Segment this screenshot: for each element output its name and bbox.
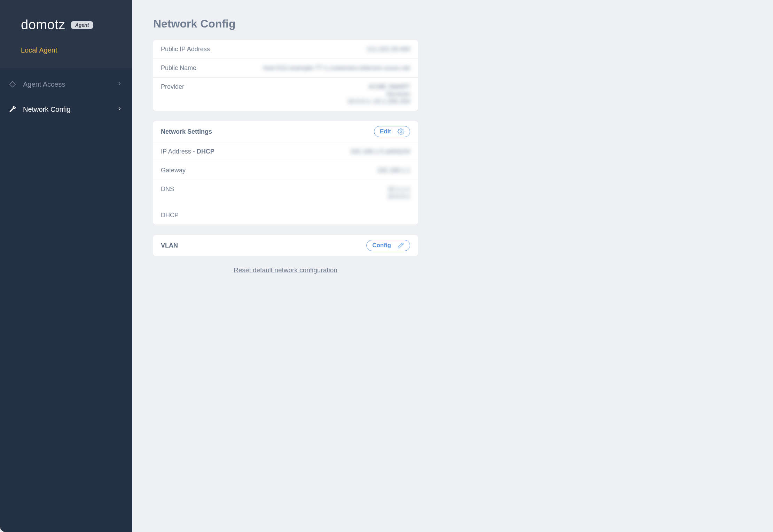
edit-button-label: Edit [380, 128, 391, 135]
sidebar-section: Local Agent [0, 36, 132, 68]
chevron-right-icon [117, 81, 122, 87]
sidebar-item-agent-access[interactable]: Agent Access [0, 72, 132, 97]
row-label: DHCP [161, 212, 179, 219]
chevron-right-icon [117, 106, 122, 112]
page-title: Network Config [153, 17, 752, 30]
row-dhcp: DHCP [153, 206, 418, 225]
reset-default-link[interactable]: Reset default network configuration [234, 266, 337, 274]
sidebar-item-label: Agent Access [23, 80, 111, 88]
sidebar-item-network-config[interactable]: Network Config [0, 97, 132, 122]
row-value: 111.222.33.444 [367, 46, 410, 53]
brand-logo: domotz [21, 17, 65, 32]
vlan-card: VLAN Config [153, 235, 418, 256]
pencil-icon [397, 242, 404, 249]
edit-button[interactable]: Edit [374, 126, 410, 137]
row-provider: Provider ACME SMART Services 10.0.0.1–10… [153, 77, 418, 111]
sidebar: domotz Agent Local Agent Agent Access Ne… [0, 0, 132, 532]
row-value: host-012.example-77-1.customers.telecom-… [263, 64, 410, 72]
row-label: IP Address - DHCP [161, 148, 214, 155]
config-button-label: Config [372, 242, 391, 249]
row-label-strong: DHCP [197, 148, 214, 155]
row-value: 192.168.1.5 (eth0)/24 [350, 148, 410, 155]
row-dns: DNS 10.1.1.1 10.0.0.1 [153, 180, 418, 206]
row-public-ip: Public IP Address 111.222.33.444 [153, 40, 418, 58]
vlan-heading: VLAN [161, 242, 178, 249]
main-content: Network Config Public IP Address 111.222… [132, 0, 773, 532]
public-info-card: Public IP Address 111.222.33.444 Public … [153, 40, 418, 111]
row-ip-address: IP Address - DHCP 192.168.1.5 (eth0)/24 [153, 142, 418, 161]
row-label: Provider [161, 83, 184, 91]
sidebar-item-label: Network Config [23, 105, 111, 114]
brand: domotz Agent [0, 0, 132, 36]
row-gateway: Gateway 192.168.1.1 [153, 161, 418, 180]
row-label: Gateway [161, 167, 186, 174]
row-label: Public IP Address [161, 46, 210, 53]
config-button[interactable]: Config [366, 240, 410, 251]
row-public-name: Public Name host-012.example-77-1.custom… [153, 58, 418, 77]
row-value: 10.1.1.1 10.0.0.1 [388, 186, 410, 200]
row-label-prefix: IP Address - [161, 148, 197, 155]
diamond-icon [8, 80, 17, 88]
row-label: Public Name [161, 64, 196, 72]
row-value: 192.168.1.1 [377, 167, 410, 174]
sidebar-nav: Agent Access Network Config [0, 68, 132, 122]
sidebar-section-label: Local Agent [21, 46, 57, 54]
brand-badge: Agent [71, 21, 93, 29]
row-value: ACME SMART Services 10.0.0.1–10.1.255.25… [348, 83, 410, 105]
row-label: DNS [161, 186, 174, 193]
network-settings-head: Network Settings Edit [153, 121, 418, 142]
network-settings-heading: Network Settings [161, 128, 212, 135]
reset-link-wrap: Reset default network configuration [153, 266, 418, 274]
svg-point-0 [400, 131, 402, 133]
wrench-icon [8, 105, 17, 114]
vlan-head: VLAN Config [153, 235, 418, 256]
network-settings-card: Network Settings Edit IP Address - DHCP … [153, 121, 418, 225]
gear-icon [397, 128, 404, 135]
